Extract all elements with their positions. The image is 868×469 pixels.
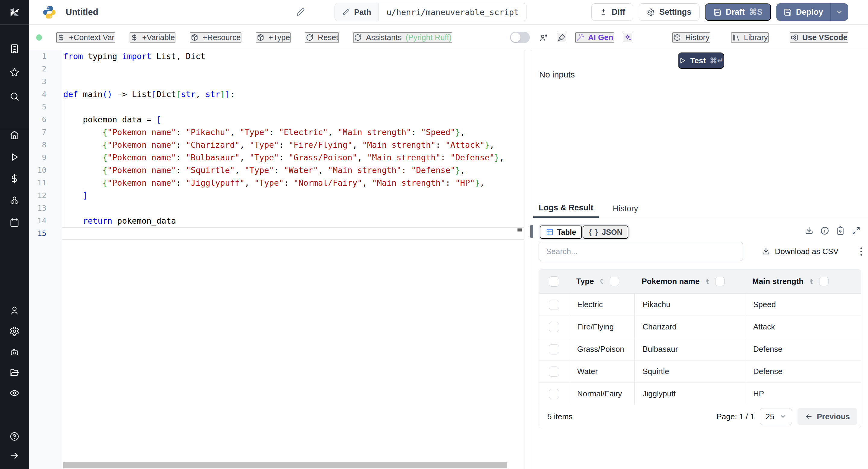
line-number: 13 [29, 202, 62, 215]
download-csv-button[interactable]: Download as CSV [762, 242, 838, 261]
sparkles-button[interactable] [623, 33, 632, 42]
code-line[interactable]: pokemon_data = [ [63, 113, 524, 126]
code-line[interactable]: def main() -> List[Dict[str, str]]: [63, 88, 524, 101]
format-brush-button[interactable] [557, 33, 566, 42]
table-row: Normal/FairyJigglypuffHP [539, 383, 861, 405]
path-field[interactable]: Path u/henri/maneuverable_script [335, 3, 527, 21]
deploy-button[interactable]: Deploy [776, 3, 830, 21]
page-indicator: Page: 1 / 1 [716, 412, 754, 421]
edit-summary-pencil-icon[interactable] [296, 7, 305, 18]
right-panel: Test ⌘↵ No inputs Logs & Result History … [532, 50, 868, 469]
info-icon[interactable] [820, 226, 830, 236]
header-cell-select [539, 270, 569, 293]
add-resource-button[interactable]: +Resource [190, 32, 241, 43]
previous-page-button[interactable]: Previous [798, 408, 857, 425]
sidebar-item-expand[interactable] [0, 446, 29, 465]
line-number: 5 [29, 101, 62, 113]
add-context-var-button[interactable]: +Context Var [56, 32, 115, 43]
code-line[interactable]: {"Pokemon name": "Squirtle", "Type": "Wa… [63, 164, 524, 177]
sidebar-item-search[interactable] [0, 87, 29, 106]
row-checkbox[interactable] [549, 344, 559, 354]
sidebar-item-home[interactable] [0, 125, 29, 145]
view-json-button[interactable]: { } JSON [583, 225, 628, 239]
header-cell: Pokemon name [634, 270, 745, 293]
code-line[interactable]: {"Pokemon name": "Jigglypuff", "Type": "… [63, 177, 524, 189]
line-number: 7 [29, 126, 62, 139]
sidebar-item-folders[interactable] [0, 363, 29, 382]
kebab-menu-button[interactable] [854, 244, 868, 259]
row-checkbox[interactable] [549, 389, 559, 399]
sidebar-item-runs[interactable] [0, 147, 29, 167]
code-editor[interactable]: 123456789101112131415 from typing import… [29, 50, 524, 469]
row-checkbox[interactable] [549, 300, 559, 310]
code-line[interactable]: ] [63, 189, 524, 202]
panel-splitter-handle[interactable] [530, 225, 533, 238]
column-filter-box[interactable] [819, 277, 829, 286]
sidebar-item-variables[interactable] [0, 169, 29, 188]
add-variable-button[interactable]: +Variable [130, 32, 176, 43]
table-cell: Defense [745, 338, 861, 360]
code-line[interactable] [63, 227, 524, 240]
column-filter-box[interactable] [610, 277, 619, 286]
code-line[interactable]: from typing import List, Dict [63, 50, 524, 63]
sidebar-item-resources[interactable] [0, 191, 29, 210]
draft-button[interactable]: Draft ⌘S [705, 3, 771, 21]
sidebar-item-help[interactable] [0, 427, 29, 446]
sidebar-item-audit-logs[interactable] [0, 383, 29, 403]
download-icon [762, 247, 770, 256]
code-line[interactable] [63, 75, 524, 88]
pencil-icon [342, 8, 350, 16]
overview-ruler-mark [518, 228, 522, 231]
code-line[interactable] [63, 63, 524, 75]
sidebar-item-settings[interactable] [0, 322, 29, 341]
table-cell: HP [745, 383, 861, 405]
windmill-app: Untitled Path u/henri/maneuverable_scrip… [0, 0, 868, 469]
table-row: WaterSquirtleDefense [539, 361, 861, 383]
tab-history[interactable]: History [607, 199, 644, 218]
vscode-icon [790, 33, 798, 41]
use-vscode-button[interactable]: Use VScode [789, 32, 848, 43]
column-filter-box[interactable] [715, 277, 724, 286]
search-input[interactable] [538, 242, 743, 261]
add-type-button[interactable]: +Type [256, 32, 291, 43]
code-line[interactable] [63, 202, 524, 215]
sort-updown-icon[interactable] [807, 278, 815, 285]
code-line[interactable]: {"Pokemon name": "Charizard", "Type": "F… [63, 139, 524, 151]
toggle-knob [511, 33, 521, 42]
expand-icon[interactable] [851, 226, 861, 236]
diff-button[interactable]: Diff [591, 3, 633, 21]
sort-updown-icon[interactable] [704, 278, 711, 285]
row-checkbox[interactable] [549, 367, 559, 377]
script-history-button[interactable]: History [673, 32, 710, 43]
editor-horizontal-scrollbar[interactable] [63, 462, 507, 468]
deploy-dropdown-button[interactable] [830, 3, 848, 21]
sidebar-item-workspace[interactable] [0, 39, 29, 59]
page-size-select[interactable]: 25 [760, 408, 792, 425]
reset-button[interactable]: Reset [305, 32, 339, 43]
editor-code-area[interactable]: from typing import List, Dictdef main() … [62, 50, 524, 462]
sort-updown-icon[interactable] [598, 278, 606, 285]
assistants-button[interactable]: Assistants (Pyright Ruff) [353, 32, 452, 43]
sidebar-item-schedules[interactable] [0, 213, 29, 232]
library-button[interactable]: Library [731, 32, 768, 43]
gear-icon [647, 8, 655, 16]
code-line[interactable]: {"Pokemon name": "Bulbasaur", "Type": "G… [63, 151, 524, 164]
settings-button[interactable]: Settings [639, 3, 700, 21]
view-table-button[interactable]: Table [540, 225, 582, 239]
sidebar-item-favorites[interactable] [0, 63, 29, 82]
ai-gen-button[interactable]: AI Gen [575, 32, 614, 43]
code-line[interactable] [63, 101, 524, 113]
code-line[interactable]: return pokemon_data [63, 215, 524, 227]
select-all-checkbox[interactable] [549, 276, 559, 287]
row-checkbox[interactable] [549, 322, 559, 332]
sidebar-item-users[interactable] [0, 301, 29, 320]
test-button[interactable]: Test ⌘↵ [678, 53, 724, 69]
path-value[interactable]: u/henri/maneuverable_script [378, 3, 527, 21]
sidebar-item-workers[interactable] [0, 342, 29, 362]
multiplayer-toggle[interactable] [510, 32, 530, 43]
clipboard-copy-icon[interactable] [836, 226, 845, 236]
windmill-logo-icon[interactable] [0, 2, 29, 22]
code-line[interactable]: {"Pokemon name": "Pikachu", "Type": "Ele… [63, 126, 524, 139]
tab-logs-result[interactable]: Logs & Result [533, 199, 599, 218]
download-icon[interactable] [804, 226, 814, 236]
